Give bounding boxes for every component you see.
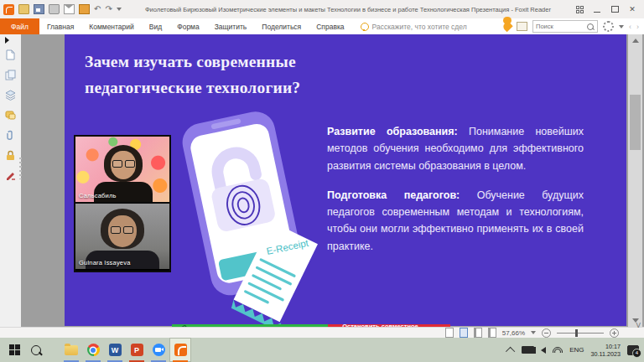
redo-icon[interactable]: ↷ — [105, 5, 112, 13]
like-icon[interactable] — [501, 21, 512, 32]
slide-title: Зачем изучать современные педагогические… — [85, 49, 345, 101]
signature-icon[interactable] — [5, 170, 16, 181]
status-bar: 57,66% — [0, 327, 644, 338]
zoom-slider[interactable] — [557, 333, 604, 334]
foxit-reader-window: ↶ ↷ Фиолетовый Бирюзовый Изометрические … — [0, 0, 644, 362]
notification-center-icon[interactable]: 4 — [627, 345, 639, 355]
tell-me-box[interactable]: Расскажите, что хотите сдел — [361, 23, 467, 31]
zoom-app-icon — [153, 344, 165, 356]
scroll-up-icon[interactable] — [632, 39, 639, 43]
open-file-icon[interactable] — [18, 4, 29, 14]
email-icon[interactable] — [64, 4, 75, 14]
facing-view-icon[interactable] — [474, 328, 482, 338]
single-page-view-icon[interactable] — [445, 328, 454, 338]
paragraph-1-lead: Развитие образования: — [327, 126, 458, 137]
facing-continuous-view-icon[interactable] — [488, 328, 496, 338]
zoom-level[interactable]: 57,66% — [502, 329, 525, 337]
search-icon — [587, 23, 594, 30]
ribbon-right-tools: ‹ › — [503, 20, 644, 33]
tab-comment[interactable]: Комментарий — [81, 18, 142, 34]
layers-icon[interactable] — [5, 90, 16, 101]
phone-illustration: E-Receipt — [165, 101, 325, 326]
foxit-logo-icon — [3, 4, 14, 15]
video-participants-panel[interactable]: Сальсабиль Gulnara Issayeva — [74, 135, 171, 272]
system-tray: ENG 10:17 30.11.2023 4 — [508, 343, 644, 358]
search-input[interactable] — [533, 23, 587, 30]
clipboard-icon[interactable] — [79, 4, 90, 14]
taskbar-clock[interactable]: 10:17 30.11.2023 — [591, 343, 621, 358]
paragraph-2: Подготовка педагогов: Обучение будущих п… — [327, 187, 584, 255]
chrome-icon — [87, 344, 100, 356]
tell-me-label: Расскажите, что хотите сдел — [372, 23, 467, 31]
participant-video-1[interactable]: Сальсабиль — [75, 137, 169, 202]
ribbon-tab-bar: Файл Главная Комментарий Вид Форма Защит… — [0, 18, 644, 34]
taskbar-search-button[interactable] — [25, 338, 47, 362]
clock-time: 10:17 — [591, 343, 621, 350]
search-icon — [31, 345, 41, 355]
security-icon[interactable] — [5, 150, 16, 161]
quick-access-toolbar: ↶ ↷ — [0, 4, 122, 15]
lightbulb-icon — [361, 23, 369, 31]
tab-home[interactable]: Главная — [39, 18, 81, 34]
glasses-icon — [112, 160, 135, 168]
panel-splitter-handle[interactable] — [19, 158, 22, 179]
glasses-icon — [111, 226, 133, 234]
windows-taskbar: W P ENG 10:17 30.11.2023 4 — [0, 338, 644, 362]
pdf-slide: Зачем изучать современные педагогические… — [65, 34, 626, 326]
tab-protect[interactable]: Защитить — [207, 18, 255, 34]
wifi-icon[interactable] — [553, 347, 563, 353]
close-button[interactable]: ✕ — [627, 5, 637, 13]
continuous-view-icon[interactable] — [460, 328, 468, 338]
zoom-slider-thumb[interactable] — [575, 329, 578, 337]
search-box[interactable] — [532, 20, 598, 33]
attachments-icon[interactable] — [5, 130, 16, 141]
tab-view[interactable]: Вид — [142, 18, 169, 34]
page-thumbnails-icon[interactable] — [5, 70, 16, 80]
minimize-button[interactable] — [592, 5, 602, 13]
window-controls: ✕ — [574, 5, 644, 13]
taskbar-zoom[interactable] — [148, 338, 169, 362]
print-icon[interactable] — [49, 4, 60, 14]
save-icon[interactable] — [34, 4, 44, 14]
zoom-dropdown-icon[interactable] — [531, 331, 536, 334]
comments-icon[interactable] — [5, 110, 16, 121]
windows-logo-icon — [9, 344, 20, 355]
nav-back-icon[interactable]: ‹ — [629, 23, 631, 31]
scrollbar-thumb[interactable] — [630, 95, 641, 150]
taskbar-file-explorer[interactable] — [60, 338, 82, 362]
taskbar-foxit-active[interactable] — [169, 338, 191, 362]
snapshot-icon[interactable] — [517, 22, 527, 31]
navigation-panel-strip — [0, 34, 21, 327]
collapse-chevron-icon[interactable]: ᐯ — [636, 322, 641, 329]
paragraph-1: Развитие образования: Понимание новейших… — [327, 123, 584, 174]
taskbar-powerpoint[interactable]: P — [126, 338, 148, 362]
gear-dropdown-icon[interactable] — [619, 25, 624, 28]
slide-body-text: Развитие образования: Понимание новейших… — [327, 123, 584, 267]
tab-file[interactable]: Файл — [0, 18, 39, 34]
speaker-icon[interactable] — [541, 347, 546, 354]
zoom-out-button[interactable] — [542, 328, 551, 338]
bookmarks-icon[interactable] — [5, 49, 16, 60]
start-button[interactable] — [3, 338, 25, 362]
taskbar-chrome[interactable] — [82, 338, 104, 362]
language-indicator[interactable]: ENG — [569, 346, 584, 354]
zoom-in-button[interactable] — [610, 328, 619, 338]
restore-button[interactable] — [610, 5, 620, 13]
vertical-scrollbar[interactable] — [628, 34, 642, 327]
expand-panel-icon[interactable] — [5, 37, 9, 44]
word-icon: W — [109, 344, 122, 356]
clock-date: 30.11.2023 — [591, 350, 621, 358]
tab-share[interactable]: Поделиться — [254, 18, 309, 34]
layout-grid-icon[interactable] — [574, 5, 584, 13]
gear-icon[interactable] — [603, 21, 614, 32]
tab-form[interactable]: Форма — [169, 18, 207, 34]
battery-icon[interactable] — [522, 346, 534, 354]
tab-help[interactable]: Справка — [309, 18, 351, 34]
title-bar: ↶ ↷ Фиолетовый Бирюзовый Изометрические … — [0, 0, 644, 18]
undo-icon[interactable]: ↶ — [94, 5, 101, 13]
participant-video-2[interactable]: Gulnara Issayeva — [75, 202, 169, 269]
tray-expand-icon[interactable] — [506, 346, 515, 355]
participant-1-name: Сальсабиль — [79, 192, 117, 199]
nav-forward-icon[interactable]: › — [636, 23, 639, 31]
taskbar-word[interactable]: W — [104, 338, 126, 362]
